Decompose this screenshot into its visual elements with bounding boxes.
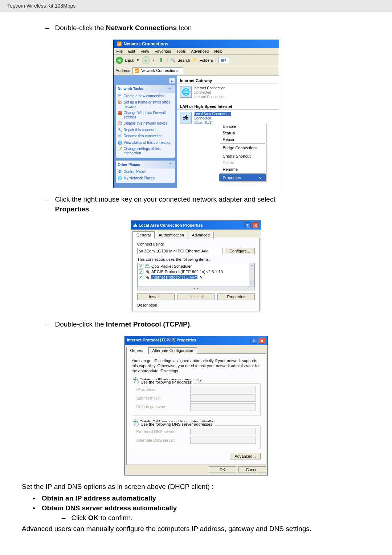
tcpip-properties-dialog: Internet Protocol (TCP/IP) Properties ? … xyxy=(124,336,268,475)
ctx-rename[interactable]: Rename xyxy=(219,166,266,173)
window-icon: 📶 xyxy=(117,41,122,46)
task-setup-network[interactable]: 🏠Set up a home or small office network xyxy=(116,99,175,110)
help-button[interactable]: ? xyxy=(250,338,257,344)
nic-icon: 🖧 xyxy=(133,223,137,227)
tab-general[interactable]: General xyxy=(132,231,155,238)
close-button[interactable]: ✕ xyxy=(259,338,265,344)
menu-help[interactable]: Help xyxy=(214,49,222,53)
menu-edit[interactable]: Edit xyxy=(128,49,135,53)
task-settings[interactable]: 📝Change settings of this connection xyxy=(116,146,175,156)
address-field[interactable]: 📶 Network Connections xyxy=(132,67,183,74)
items-label: This connection uses the following items… xyxy=(137,257,255,262)
ok-button[interactable]: OK xyxy=(209,466,236,473)
horizontal-scrollbar[interactable]: ◄ ► xyxy=(137,287,255,291)
protocol-icon: 🔌 xyxy=(145,269,150,274)
list-item: ✔ 🔌 AEGIS Protocol (IEEE 802.1x) v2.3.1.… xyxy=(138,269,254,274)
menubar: File Edit View Favorites Tools Advanced … xyxy=(114,48,279,55)
menu-view[interactable]: View xyxy=(140,49,149,53)
dns-group: Use the following DNS server addresses: … xyxy=(132,425,261,449)
menu-tools[interactable]: Tools xyxy=(176,49,186,53)
dialog-titlebar: Internet Protocol (TCP/IP) Properties ? … xyxy=(125,336,268,345)
adapter-field[interactable]: 🖳 3Com 10/100 Mini PCI Ethernet Ada xyxy=(137,248,222,254)
menu-advanced[interactable]: Advanced xyxy=(191,49,209,53)
components-listbox[interactable]: ✔ 📇 QoS Packet Scheduler ✔ 🔌 AEGIS Proto… xyxy=(137,263,255,287)
ctx-status[interactable]: Status xyxy=(219,130,266,136)
checkbox-icon[interactable]: ✔ xyxy=(139,270,143,274)
firewall-icon: 🧱 xyxy=(117,110,122,116)
step-2: – Click the right mouse key on your conn… xyxy=(45,195,370,214)
task-create-connection[interactable]: 🗔Create a new connection xyxy=(116,93,175,100)
advanced-button[interactable]: Advanced... xyxy=(230,453,260,459)
cancel-button[interactable]: Cancel xyxy=(238,466,266,473)
context-menu: Disable Status Repair Bridge Connections… xyxy=(219,123,266,181)
task-status[interactable]: 🌀View status of this connection xyxy=(116,139,175,146)
subnet-input xyxy=(190,394,256,402)
connection-internet[interactable]: 🌐 Internet Connection Connected Internet… xyxy=(177,85,279,100)
configure-button[interactable]: Configure... xyxy=(225,248,255,254)
up-icon[interactable]: ⬆ xyxy=(157,56,165,64)
checkbox-icon[interactable]: ✔ xyxy=(139,264,143,268)
other-places-header[interactable]: Other Places ⌃ xyxy=(116,161,175,169)
views-button[interactable]: ▦▾ xyxy=(218,57,229,63)
menu-file[interactable]: File xyxy=(117,49,123,53)
close-button[interactable]: ✕ xyxy=(252,222,259,228)
scrollbar[interactable]: ▴ ▾ xyxy=(249,263,254,287)
ctx-properties[interactable]: Properties ↖ xyxy=(219,174,266,181)
step-1: – Double-click the Network Connections I… xyxy=(45,23,370,33)
chevron-up-icon[interactable]: ⌃ xyxy=(168,86,173,92)
folders-icon[interactable]: 📁 xyxy=(192,58,197,62)
network-tasks-header[interactable]: Network Tasks ⌃ xyxy=(116,85,175,93)
search-label[interactable]: Search xyxy=(177,58,190,62)
product-name: Topcom Wireless Kit 108Mbps xyxy=(7,3,75,9)
ctx-bridge[interactable]: Bridge Connections xyxy=(219,145,266,151)
step-3: – Double-click the Internet Protocol (TC… xyxy=(45,320,370,329)
task-rename[interactable]: 🏷Rename this connection xyxy=(116,133,175,139)
task-firewall[interactable]: 🧱Change Windows Firewall settings xyxy=(116,110,175,120)
address-bar: Address 📶 Network Connections xyxy=(114,66,279,76)
cursor-icon: ↖ xyxy=(258,175,262,181)
sidebar: ▴ Network Tasks ⌃ 🗔Create a new connecti… xyxy=(114,76,177,188)
ip-group: Use the following IP address: IP address… xyxy=(132,383,261,416)
tab-alt-config[interactable]: Alternate Configuration xyxy=(148,347,197,354)
folders-label[interactable]: Folders xyxy=(200,58,213,62)
cursor-icon: ↖ xyxy=(200,275,203,280)
group-lan: LAN or High-Speed Internet xyxy=(177,103,279,110)
gateway-label: Default gateway: xyxy=(136,405,187,409)
radio-icon[interactable] xyxy=(134,380,139,384)
tabs: General Authentication Advanced xyxy=(131,230,261,238)
task-repair[interactable]: 🔧Repair this connection xyxy=(116,127,175,133)
radio-use-ip[interactable]: Use the following IP address: xyxy=(133,380,194,384)
window-title: Network Connections xyxy=(124,41,168,46)
bullet-obtain-ip: Obtain an IP address automatically xyxy=(33,494,370,503)
wizard-icon: 🗔 xyxy=(117,94,122,99)
bullet-obtain-dns: Obtain DNS server address automatically xyxy=(33,503,370,513)
menu-favorites[interactable]: Favorites xyxy=(155,49,171,53)
chevron-up-icon[interactable]: ⌃ xyxy=(168,162,173,167)
set-options-text: Set the IP and DNS options as in screen … xyxy=(22,482,370,492)
task-disable-device[interactable]: 🚫Disable this network device xyxy=(116,120,175,127)
radio-use-dns[interactable]: Use the following DNS server addresses: xyxy=(133,422,215,426)
tab-authentication[interactable]: Authentication xyxy=(155,232,188,239)
ctx-disable[interactable]: Disable xyxy=(219,123,266,130)
tab-advanced[interactable]: Advanced xyxy=(188,232,214,239)
search-icon[interactable]: 🔍 xyxy=(170,58,175,62)
page-header: Topcom Wireless Kit 108Mbps xyxy=(0,0,392,12)
other-control-panel[interactable]: 🛠Control Panel xyxy=(116,169,175,175)
subnet-label: Subnet mask: xyxy=(136,396,187,400)
back-label[interactable]: Back xyxy=(125,58,134,62)
back-icon[interactable]: ◄ xyxy=(116,57,123,64)
tab-general[interactable]: General xyxy=(126,347,148,354)
scroll-up-icon[interactable]: ▴ xyxy=(169,78,175,84)
checkbox-icon[interactable]: ✔ xyxy=(139,275,143,279)
network-connections-window: 📶 Network Connections File Edit View Fav… xyxy=(113,40,279,189)
properties-button[interactable]: Properties xyxy=(217,293,255,300)
ctx-repair[interactable]: Repair xyxy=(219,136,266,143)
ctx-shortcut[interactable]: Create Shortcut xyxy=(219,153,266,159)
page-footer: 4 Topcom Wireless Kit 108Mbps xyxy=(0,547,392,555)
other-network-places[interactable]: 🌐My Network Places xyxy=(116,175,175,182)
help-button[interactable]: ? xyxy=(244,222,251,228)
settings-icon: 📝 xyxy=(117,146,122,151)
advanced-users-text: Advanced users can manually configure th… xyxy=(22,524,370,534)
radio-icon[interactable] xyxy=(134,422,139,426)
install-button[interactable]: Install... xyxy=(137,293,175,300)
